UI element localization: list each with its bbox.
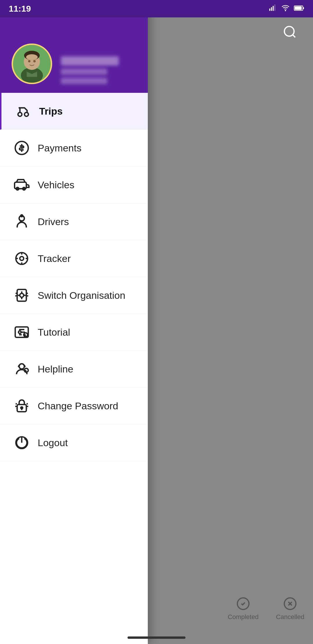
trips-label: Trips xyxy=(39,106,63,117)
svg-rect-1 xyxy=(271,7,272,11)
payments-icon: ₹ xyxy=(12,138,32,158)
svg-point-31 xyxy=(20,256,24,261)
switch-org-label: Switch Organisation xyxy=(38,290,125,301)
helpline-icon xyxy=(12,359,32,379)
menu-item-drivers[interactable]: Drivers xyxy=(0,203,148,240)
avatar xyxy=(12,44,52,84)
logout-icon xyxy=(12,433,32,453)
battery-icon xyxy=(294,4,304,13)
user-name xyxy=(61,56,119,66)
menu-item-vehicles[interactable]: Vehicles xyxy=(0,167,148,203)
status-bar: 11:19 xyxy=(0,0,313,17)
menu-item-switch-org[interactable]: Switch Organisation xyxy=(0,277,148,314)
svg-point-21 xyxy=(18,113,22,117)
svg-point-29 xyxy=(21,215,23,217)
menu-item-tutorial[interactable]: Tutorial xyxy=(0,314,148,351)
svg-rect-6 xyxy=(295,6,302,10)
switch-org-icon xyxy=(12,285,32,305)
svg-rect-0 xyxy=(269,8,270,11)
svg-text:₹: ₹ xyxy=(20,145,23,151)
change-password-icon xyxy=(12,396,32,416)
navigation-drawer: Trips ₹ Payments xyxy=(0,0,148,644)
svg-rect-2 xyxy=(273,6,274,11)
svg-line-9 xyxy=(293,35,295,37)
completed-label: Completed xyxy=(228,613,259,621)
svg-point-37 xyxy=(20,293,24,297)
payments-label: Payments xyxy=(38,142,81,154)
home-indicator xyxy=(128,636,185,639)
menu-item-trips[interactable]: Trips xyxy=(0,93,148,130)
user-email xyxy=(61,78,107,84)
tracker-icon xyxy=(12,248,32,269)
svg-point-22 xyxy=(25,113,29,117)
menu-item-helpline[interactable]: Helpline xyxy=(0,351,148,388)
tab-cancelled[interactable]: Cancelled xyxy=(276,596,304,621)
svg-point-41 xyxy=(19,364,24,369)
completed-icon xyxy=(236,596,250,611)
svg-point-44 xyxy=(21,407,23,409)
menu-item-change-password[interactable]: Change Password xyxy=(0,388,148,424)
svg-point-8 xyxy=(284,26,294,36)
logout-label: Logout xyxy=(38,437,68,448)
menu-item-logout[interactable]: Logout xyxy=(0,424,148,461)
status-time: 11:19 xyxy=(9,4,31,14)
helpline-label: Helpline xyxy=(38,363,73,375)
cancelled-label: Cancelled xyxy=(276,613,304,621)
change-password-label: Change Password xyxy=(38,400,118,412)
search-icon xyxy=(283,25,297,39)
drivers-icon xyxy=(12,211,32,232)
avatar-image xyxy=(13,45,51,83)
tutorial-icon xyxy=(12,322,32,342)
svg-point-4 xyxy=(285,10,286,11)
status-icons xyxy=(269,4,304,14)
svg-point-39 xyxy=(19,331,21,334)
vehicles-icon xyxy=(12,175,32,195)
svg-rect-7 xyxy=(303,7,304,9)
user-info xyxy=(61,56,119,84)
menu-item-tracker[interactable]: Tracker xyxy=(0,240,148,277)
signal-icon xyxy=(269,4,277,14)
svg-point-19 xyxy=(28,60,30,62)
drawer-menu: Trips ₹ Payments xyxy=(0,93,148,644)
menu-item-payments[interactable]: ₹ Payments xyxy=(0,130,148,167)
tab-completed[interactable]: Completed xyxy=(228,596,259,621)
vehicles-label: Vehicles xyxy=(38,179,74,191)
svg-point-18 xyxy=(26,54,38,60)
drivers-label: Drivers xyxy=(38,216,69,227)
tutorial-label: Tutorial xyxy=(38,327,70,338)
wifi-icon xyxy=(281,4,290,14)
user-phone xyxy=(61,68,107,75)
svg-rect-3 xyxy=(274,4,276,11)
trips-icon xyxy=(13,101,33,121)
search-button[interactable] xyxy=(278,20,301,44)
cancelled-icon xyxy=(283,596,297,611)
tracker-label: Tracker xyxy=(38,253,71,264)
bottom-tabs: Completed Cancelled xyxy=(228,596,304,621)
svg-point-20 xyxy=(33,60,36,62)
